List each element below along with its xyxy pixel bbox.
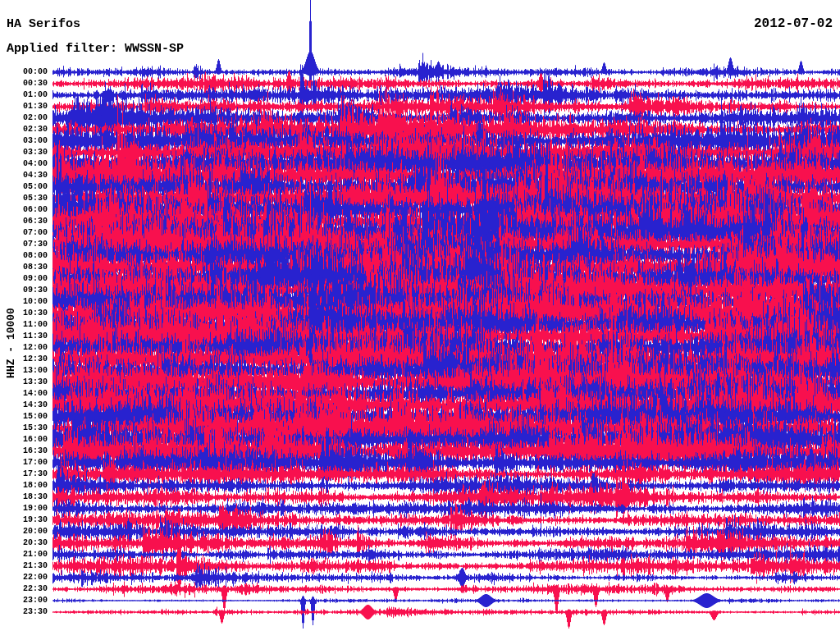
time-label: 03:30 (0, 148, 48, 158)
time-label: 07:00 (0, 228, 48, 238)
time-label: 09:00 (0, 274, 48, 284)
time-label: 13:00 (0, 366, 48, 376)
time-label: 02:00 (0, 113, 48, 123)
time-label: 19:30 (0, 515, 48, 525)
time-label: 14:30 (0, 400, 48, 410)
time-label: 23:00 (0, 596, 48, 606)
applied-filter-label: Applied filter: WWSSN-SP (7, 42, 184, 56)
time-label: 11:00 (0, 320, 48, 330)
time-label: 05:00 (0, 182, 48, 192)
time-label: 00:30 (0, 79, 48, 89)
time-label: 01:00 (0, 90, 48, 100)
time-label: 00:00 (0, 67, 48, 77)
time-label: 18:30 (0, 492, 48, 502)
time-label: 02:30 (0, 125, 48, 135)
time-label: 21:00 (0, 550, 48, 560)
station-title: HA Serifos (7, 17, 80, 31)
time-label: 09:30 (0, 286, 48, 295)
time-label: 17:00 (0, 458, 48, 468)
time-label: 12:30 (0, 354, 48, 364)
time-label: 04:00 (0, 159, 48, 169)
time-label: 12:00 (0, 343, 48, 353)
time-label: 10:30 (0, 309, 48, 318)
time-label: 13:30 (0, 377, 48, 387)
time-label: 20:30 (0, 538, 48, 548)
time-label: 06:00 (0, 205, 48, 215)
time-label: 16:00 (0, 435, 48, 445)
seismogram-page: HA Serifos 2012-07-02 Applied filter: WW… (0, 0, 840, 640)
time-label: 10:00 (0, 297, 48, 307)
helicorder-plot (0, 0, 840, 640)
time-label: 22:30 (0, 584, 48, 594)
time-label: 01:30 (0, 102, 48, 112)
time-label: 21:30 (0, 561, 48, 571)
time-label: 16:30 (0, 446, 48, 456)
time-label: 20:00 (0, 527, 48, 537)
time-label: 11:30 (0, 331, 48, 341)
time-label: 03:00 (0, 136, 48, 146)
time-label: 04:30 (0, 171, 48, 181)
date-label: 2012-07-02 (754, 16, 833, 31)
time-label: 18:00 (0, 481, 48, 491)
time-label: 14:00 (0, 389, 48, 399)
time-label: 06:30 (0, 217, 48, 226)
time-label: 19:00 (0, 504, 48, 514)
time-label: 15:00 (0, 412, 48, 422)
time-label: 05:30 (0, 194, 48, 203)
time-label: 08:30 (0, 263, 48, 272)
time-label: 17:30 (0, 469, 48, 479)
time-label: 23:30 (0, 607, 48, 617)
time-label: 07:30 (0, 240, 48, 249)
time-label: 08:00 (0, 251, 48, 261)
time-label: 22:00 (0, 573, 48, 583)
time-label: 15:30 (0, 423, 48, 433)
